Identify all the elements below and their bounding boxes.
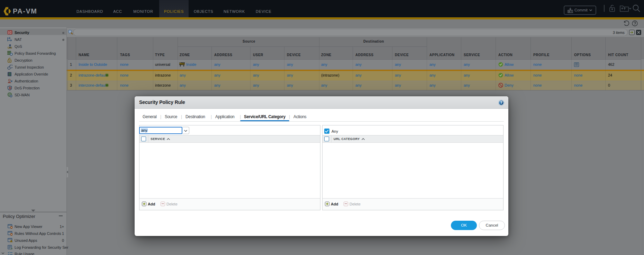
svg-text:?: ? xyxy=(500,100,502,105)
svg-text:QoS: QoS xyxy=(8,46,12,49)
